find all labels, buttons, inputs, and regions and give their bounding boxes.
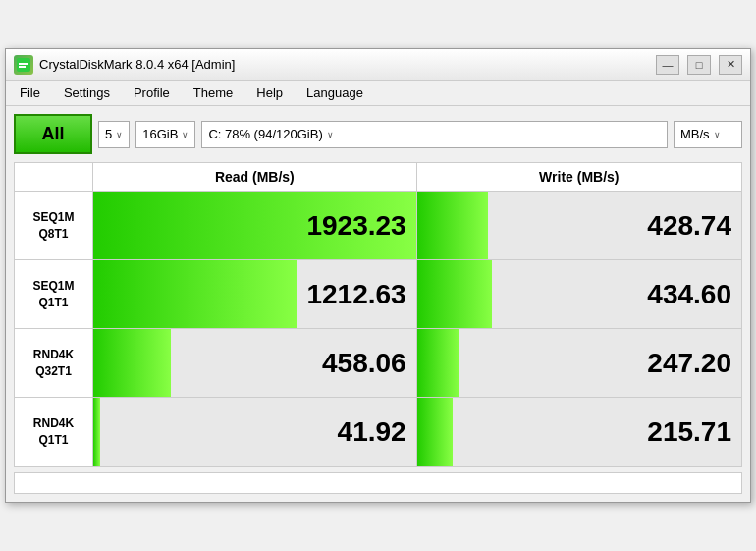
read-value-3: 41.92 xyxy=(93,398,416,466)
unit-dropdown[interactable]: MB/s ∨ xyxy=(674,121,742,148)
menu-profile[interactable]: Profile xyxy=(124,83,180,103)
row-read-1: 1212.63 xyxy=(93,260,417,329)
content-area: All 5 ∨ 16GiB ∨ C: 78% (94/120GiB) ∨ MB/… xyxy=(6,106,750,502)
size-arrow: ∨ xyxy=(182,130,189,139)
maximize-button[interactable]: □ xyxy=(687,55,711,75)
app-icon xyxy=(14,55,33,75)
table-header-row: Read (MB/s) Write (MB/s) xyxy=(15,163,742,192)
row-label-1: SEQ1MQ1T1 xyxy=(15,260,93,329)
drive-dropdown[interactable]: C: 78% (94/120GiB) ∨ xyxy=(201,121,668,148)
read-value-1: 1212.63 xyxy=(93,260,416,328)
row-write-2: 247.20 xyxy=(416,329,741,398)
row-label-line2-0: Q8T1 xyxy=(38,227,68,241)
svg-rect-2 xyxy=(19,66,26,68)
unit-arrow: ∨ xyxy=(714,130,721,139)
title-bar: CrystalDiskMark 8.0.4 x64 [Admin] — □ ✕ xyxy=(6,49,750,81)
row-label-2: RND4KQ32T1 xyxy=(15,329,93,398)
window-controls: — □ ✕ xyxy=(656,55,742,75)
menu-bar: File Settings Profile Theme Help Languag… xyxy=(6,81,750,106)
header-write: Write (MB/s) xyxy=(416,163,741,192)
drive-value: C: 78% (94/120GiB) xyxy=(208,127,322,141)
menu-theme[interactable]: Theme xyxy=(184,83,243,103)
row-write-0: 428.74 xyxy=(416,192,741,260)
table-row: SEQ1MQ8T11923.23428.74 xyxy=(15,192,742,260)
size-value: 16GiB xyxy=(142,127,178,141)
row-label-line1-1: SEQ1M xyxy=(32,279,74,293)
title-left: CrystalDiskMark 8.0.4 x64 [Admin] xyxy=(14,55,235,75)
read-value-0: 1923.23 xyxy=(93,192,416,259)
row-label-line1-3: RND4K xyxy=(33,416,74,430)
row-read-2: 458.06 xyxy=(93,329,417,398)
loops-dropdown[interactable]: 5 ∨ xyxy=(98,121,130,148)
row-label-line1-2: RND4K xyxy=(33,348,74,361)
window-title: CrystalDiskMark 8.0.4 x64 [Admin] xyxy=(39,57,235,72)
loops-arrow: ∨ xyxy=(116,130,123,139)
table-row: RND4KQ32T1458.06247.20 xyxy=(15,329,742,398)
write-value-0: 428.74 xyxy=(417,192,741,259)
drive-arrow: ∨ xyxy=(327,130,334,139)
unit-value: MB/s xyxy=(680,127,710,141)
loops-value: 5 xyxy=(105,127,112,141)
row-read-3: 41.92 xyxy=(93,398,417,467)
menu-settings[interactable]: Settings xyxy=(54,83,120,103)
minimize-button[interactable]: — xyxy=(656,55,679,75)
size-dropdown[interactable]: 16GiB ∨ xyxy=(135,121,195,148)
row-write-1: 434.60 xyxy=(416,260,741,329)
read-value-2: 458.06 xyxy=(93,329,416,397)
table-row: RND4KQ1T141.92215.71 xyxy=(15,398,742,467)
close-button[interactable]: ✕ xyxy=(719,55,742,75)
table-row: SEQ1MQ1T11212.63434.60 xyxy=(15,260,742,329)
header-read: Read (MB/s) xyxy=(93,163,417,192)
row-label-line2-1: Q1T1 xyxy=(38,296,68,309)
row-label-3: RND4KQ1T1 xyxy=(15,398,93,467)
main-window: CrystalDiskMark 8.0.4 x64 [Admin] — □ ✕ … xyxy=(5,48,751,503)
write-value-3: 215.71 xyxy=(417,398,741,466)
write-value-2: 247.20 xyxy=(417,329,741,397)
results-table: Read (MB/s) Write (MB/s) SEQ1MQ8T11923.2… xyxy=(14,162,742,467)
write-value-1: 434.60 xyxy=(417,260,741,328)
row-label-0: SEQ1MQ8T1 xyxy=(15,192,93,260)
toolbar: All 5 ∨ 16GiB ∨ C: 78% (94/120GiB) ∨ MB/… xyxy=(14,114,742,154)
all-button[interactable]: All xyxy=(14,114,92,154)
menu-help[interactable]: Help xyxy=(246,83,293,103)
row-label-line2-3: Q1T1 xyxy=(38,433,68,447)
svg-rect-1 xyxy=(19,63,28,65)
status-bar xyxy=(14,472,742,494)
row-label-line2-2: Q32T1 xyxy=(35,364,72,378)
menu-language[interactable]: Language xyxy=(297,83,373,103)
row-write-3: 215.71 xyxy=(416,398,741,467)
header-label xyxy=(15,163,93,192)
menu-file[interactable]: File xyxy=(10,83,50,103)
row-read-0: 1923.23 xyxy=(93,192,417,260)
row-label-line1-0: SEQ1M xyxy=(32,210,74,224)
